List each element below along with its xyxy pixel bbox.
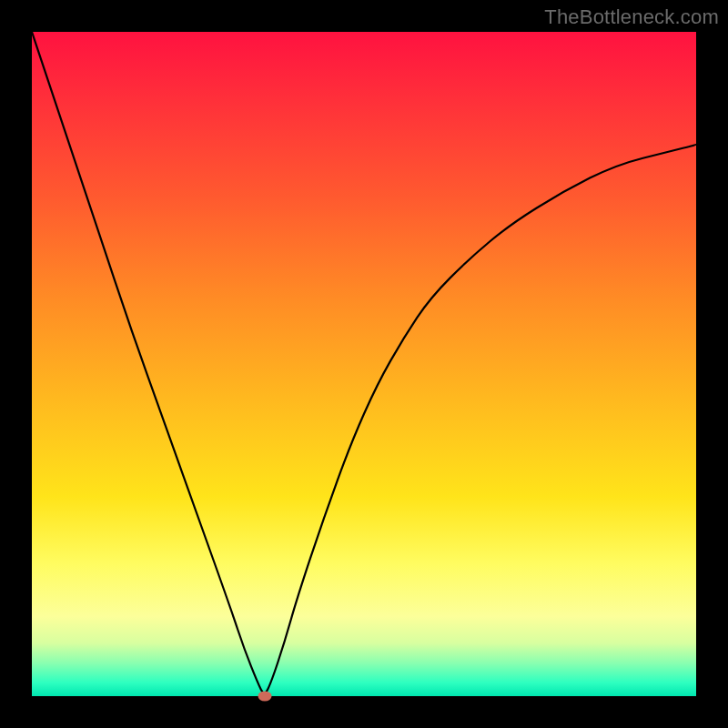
plot-area — [32, 32, 696, 696]
minimum-marker — [258, 692, 271, 702]
watermark-text: TheBottleneck.com — [544, 5, 719, 29]
curve-svg — [32, 32, 696, 696]
chart-frame: TheBottleneck.com — [0, 0, 728, 728]
bottleneck-curve — [32, 32, 696, 693]
